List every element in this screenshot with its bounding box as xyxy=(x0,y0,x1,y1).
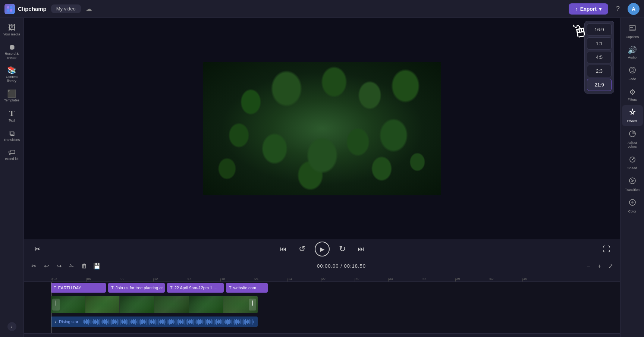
export-chevron: ▾ xyxy=(599,6,601,12)
ruler-mark-30: :30 xyxy=(355,273,388,281)
fullscreen-button[interactable]: ⛶ xyxy=(601,243,613,255)
delete-button[interactable]: 🗑 xyxy=(79,261,89,271)
trim-handle-right[interactable] xyxy=(249,299,256,311)
cloud-save-icon[interactable]: ☁ xyxy=(85,5,92,13)
wave-bar xyxy=(132,320,133,323)
audio-label: Rising star xyxy=(59,319,78,324)
svg-point-15 xyxy=(631,201,634,204)
sidebar-item-your-media[interactable]: 🖼 Your media xyxy=(1,21,22,40)
wave-bar xyxy=(130,321,131,323)
app-logo[interactable]: Clipchamp xyxy=(4,4,47,14)
sidebar-item-record-create[interactable]: ⏺ Record &create xyxy=(1,40,22,63)
sidebar-item-brand-kit[interactable]: 🏷 Brand kit xyxy=(1,145,22,164)
video-thumbnails xyxy=(51,296,258,313)
wave-bar xyxy=(253,321,254,323)
wave-bar xyxy=(178,319,179,325)
wave-bar xyxy=(87,320,88,324)
sidebar-item-captions[interactable]: Captions xyxy=(622,21,643,42)
templates-label: Templates xyxy=(4,98,19,103)
wave-bar xyxy=(195,321,195,323)
wave-bar xyxy=(169,319,170,325)
sidebar-item-templates[interactable]: ⬛ Templates xyxy=(1,87,22,105)
wave-bar xyxy=(128,320,128,324)
wave-bar xyxy=(157,320,157,324)
wave-bar xyxy=(110,320,110,324)
wave-bar xyxy=(131,319,132,324)
wave-bar xyxy=(233,321,233,323)
sidebar-item-audio[interactable]: 🔊 Audio xyxy=(622,42,643,62)
wave-bar xyxy=(180,319,181,324)
wave-bar xyxy=(142,319,143,324)
undo-button[interactable]: ↩ xyxy=(41,261,51,271)
sidebar-item-filters[interactable]: ⚙ Filters xyxy=(622,85,643,104)
aspect-2-3[interactable]: 2:3 xyxy=(587,65,612,77)
wave-bar xyxy=(232,319,232,324)
sidebar-expand-btn[interactable]: › xyxy=(7,322,16,331)
sidebar-item-text[interactable]: T Text xyxy=(1,106,22,126)
fade-icon xyxy=(628,66,637,76)
zoom-out-button[interactable]: − xyxy=(584,261,593,271)
music-icon: ♪ xyxy=(54,319,57,324)
crop-button[interactable]: ✂ xyxy=(31,243,43,255)
sidebar-item-transition-right[interactable]: Transition xyxy=(622,174,643,195)
svg-rect-2 xyxy=(7,9,9,12)
text-clip-website[interactable]: T website.com xyxy=(226,283,268,293)
sidebar-item-fade[interactable]: Fade xyxy=(622,63,643,84)
audio-track-row: ♪ Rising star xyxy=(24,315,620,328)
zoom-in-button[interactable]: + xyxy=(595,261,604,271)
join-us-label: Join us for tree planting at xyxy=(116,286,163,290)
video-clip[interactable] xyxy=(51,296,258,313)
aspect-4-5[interactable]: 4:5 xyxy=(587,51,612,63)
zoom-fit-button[interactable]: ⤢ xyxy=(606,261,616,271)
svg-rect-1 xyxy=(10,6,12,9)
wave-bar xyxy=(125,320,126,324)
text-label: Text xyxy=(9,119,15,123)
color-icon xyxy=(628,198,637,208)
sidebar-item-adjust-colors[interactable]: Adjustcolors xyxy=(622,127,643,151)
time-display: 00:00.00 / 00:18.50 xyxy=(317,263,366,269)
wave-bar xyxy=(136,321,137,323)
skip-back-button[interactable]: ⏮ xyxy=(277,243,289,255)
forward-button[interactable]: ↻ xyxy=(336,243,348,255)
ruler-mark-03: :03 xyxy=(53,273,86,281)
playback-center: ⏮ ↺ ▶ ↻ ⏭ xyxy=(277,242,367,256)
sidebar-item-color[interactable]: Color xyxy=(622,195,643,216)
help-button[interactable]: ? xyxy=(612,3,624,15)
right-sidebar: Captions 🔊 Audio Fade ⚙ Filters xyxy=(620,18,644,337)
redo-button[interactable]: ↪ xyxy=(54,261,64,271)
aspect-21-9[interactable]: 21:9 xyxy=(587,79,612,91)
skip-forward-button[interactable]: ⏭ xyxy=(355,243,367,255)
aspect-1-1[interactable]: 1:1 xyxy=(587,37,612,50)
wave-bar xyxy=(196,319,197,324)
sidebar-item-transitions[interactable]: ⧉ Transitions xyxy=(1,126,22,145)
text-clip-join-us[interactable]: T Join us for tree planting at xyxy=(108,283,165,293)
save-button[interactable]: 💾 xyxy=(92,261,102,271)
wave-bar xyxy=(190,320,191,323)
wave-bar xyxy=(186,320,186,324)
text-clip-22-april[interactable]: T 22 April 9am-12pm 1 Fir Rd. xyxy=(167,283,224,293)
razor-tool[interactable]: ✂ xyxy=(28,261,39,271)
audio-clip[interactable]: ♪ Rising star xyxy=(51,316,258,327)
cut-button[interactable]: ✁ xyxy=(66,261,77,271)
wave-bar xyxy=(177,320,178,324)
wave-bar xyxy=(239,321,240,323)
timeline-scrollbar[interactable] xyxy=(24,333,620,337)
wave-bar xyxy=(121,320,122,323)
wave-bar xyxy=(219,320,220,323)
trim-handle-left[interactable] xyxy=(52,299,60,311)
wave-bar xyxy=(179,320,180,323)
wave-bar xyxy=(147,319,147,325)
aspect-16-9[interactable]: 16:9 xyxy=(587,23,612,36)
text-clip-earth-day[interactable]: T EARTH DAY xyxy=(51,283,106,293)
timeline-area: ✂ ↩ ↪ ✁ 🗑 💾 00:00.00 / 00:18.50 − + ⤢ xyxy=(24,259,620,337)
play-button[interactable]: ▶ xyxy=(315,242,330,256)
templates-icon: ⬛ xyxy=(7,90,16,97)
export-button[interactable]: ↑ Export ▾ xyxy=(569,3,608,15)
avatar[interactable]: A xyxy=(628,3,640,15)
video-tab[interactable]: My video xyxy=(51,4,81,13)
svg-rect-4 xyxy=(629,26,636,30)
replay-button[interactable]: ↺ xyxy=(296,243,308,255)
sidebar-item-speed[interactable]: Speed xyxy=(622,152,643,173)
sidebar-item-content-library[interactable]: 📚 Content library xyxy=(1,63,22,86)
sidebar-item-effects[interactable]: Effects xyxy=(622,105,643,126)
